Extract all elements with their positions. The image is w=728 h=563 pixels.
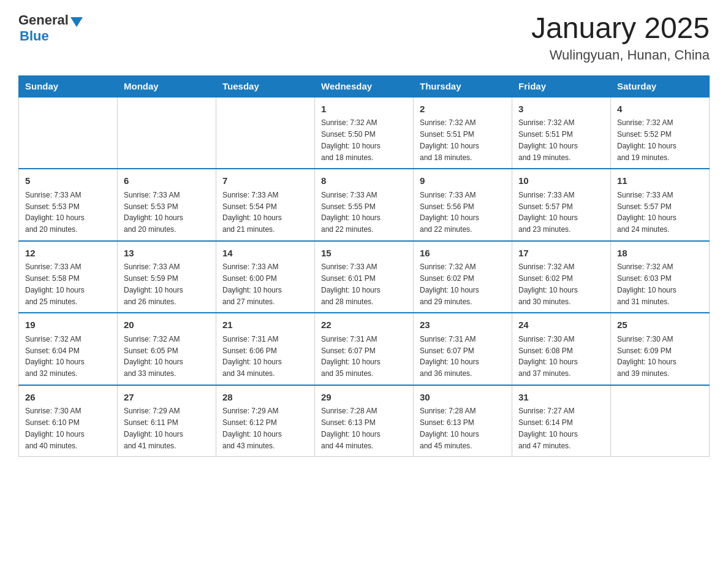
day-number: 29 [321,391,407,405]
day-number: 4 [617,102,703,117]
day-number: 9 [420,174,506,188]
title-block: January 2025 Wulingyuan, Hunan, China [531,12,710,63]
day-number: 7 [222,174,308,188]
calendar-cell: 15Sunrise: 7:33 AM Sunset: 6:01 PM Dayli… [315,241,414,313]
day-number: 3 [518,102,604,117]
header-thursday: Thursday [414,75,512,97]
day-info: Sunrise: 7:31 AM Sunset: 6:07 PM Dayligh… [420,335,479,378]
day-number: 24 [518,318,604,332]
header-sunday: Sunday [19,75,118,97]
calendar-cell: 20Sunrise: 7:32 AM Sunset: 6:05 PM Dayli… [118,313,216,385]
day-number: 1 [321,102,407,117]
day-number: 15 [321,247,407,261]
calendar-cell: 14Sunrise: 7:33 AM Sunset: 6:00 PM Dayli… [216,241,315,313]
calendar-cell: 18Sunrise: 7:32 AM Sunset: 6:03 PM Dayli… [611,241,710,313]
calendar-cell: 5Sunrise: 7:33 AM Sunset: 5:53 PM Daylig… [19,169,118,241]
calendar-cell: 1Sunrise: 7:32 AM Sunset: 5:50 PM Daylig… [315,97,414,169]
day-number: 16 [420,247,506,261]
calendar-cell [118,97,216,169]
calendar-cell: 4Sunrise: 7:32 AM Sunset: 5:52 PM Daylig… [611,97,710,169]
day-number: 13 [124,247,210,261]
day-info: Sunrise: 7:32 AM Sunset: 6:02 PM Dayligh… [518,262,578,305]
day-number: 30 [420,391,506,405]
logo: General Blue [18,12,83,44]
day-info: Sunrise: 7:32 AM Sunset: 5:52 PM Dayligh… [617,118,677,161]
day-info: Sunrise: 7:33 AM Sunset: 5:54 PM Dayligh… [222,191,282,234]
calendar-cell: 7Sunrise: 7:33 AM Sunset: 5:54 PM Daylig… [216,169,315,241]
calendar-cell: 3Sunrise: 7:32 AM Sunset: 5:51 PM Daylig… [512,97,611,169]
header-monday: Monday [118,75,216,97]
day-number: 17 [518,247,604,261]
calendar-cell: 27Sunrise: 7:29 AM Sunset: 6:11 PM Dayli… [118,385,216,457]
calendar-cell [19,97,118,169]
day-info: Sunrise: 7:32 AM Sunset: 6:02 PM Dayligh… [420,262,479,305]
calendar-cell: 25Sunrise: 7:30 AM Sunset: 6:09 PM Dayli… [611,313,710,385]
day-info: Sunrise: 7:32 AM Sunset: 6:03 PM Dayligh… [617,262,677,305]
day-number: 6 [124,174,210,188]
logo-triangle-icon [70,17,83,27]
day-number: 28 [222,391,308,405]
calendar-cell: 26Sunrise: 7:30 AM Sunset: 6:10 PM Dayli… [19,385,118,457]
day-info: Sunrise: 7:33 AM Sunset: 5:53 PM Dayligh… [25,191,85,234]
calendar-cell: 17Sunrise: 7:32 AM Sunset: 6:02 PM Dayli… [512,241,611,313]
calendar-title: January 2025 [531,12,710,45]
calendar-cell: 29Sunrise: 7:28 AM Sunset: 6:13 PM Dayli… [315,385,414,457]
calendar-table: SundayMondayTuesdayWednesdayThursdayFrid… [18,75,710,458]
day-number: 18 [617,247,703,261]
calendar-cell: 13Sunrise: 7:33 AM Sunset: 5:59 PM Dayli… [118,241,216,313]
day-number: 23 [420,318,506,332]
day-info: Sunrise: 7:33 AM Sunset: 5:53 PM Dayligh… [124,191,183,234]
day-info: Sunrise: 7:32 AM Sunset: 5:51 PM Dayligh… [518,118,578,161]
calendar-header-row: SundayMondayTuesdayWednesdayThursdayFrid… [19,75,710,97]
day-info: Sunrise: 7:31 AM Sunset: 6:06 PM Dayligh… [222,335,282,378]
calendar-week-row: 12Sunrise: 7:33 AM Sunset: 5:58 PM Dayli… [19,241,710,313]
day-number: 19 [25,318,111,332]
calendar-week-row: 26Sunrise: 7:30 AM Sunset: 6:10 PM Dayli… [19,385,710,457]
calendar-cell: 24Sunrise: 7:30 AM Sunset: 6:08 PM Dayli… [512,313,611,385]
logo-general-text: General [18,12,69,28]
day-info: Sunrise: 7:31 AM Sunset: 6:07 PM Dayligh… [321,335,381,378]
day-info: Sunrise: 7:28 AM Sunset: 6:13 PM Dayligh… [321,407,381,450]
day-info: Sunrise: 7:33 AM Sunset: 5:57 PM Dayligh… [518,191,578,234]
day-number: 26 [25,391,111,405]
calendar-cell [611,385,710,457]
calendar-cell: 9Sunrise: 7:33 AM Sunset: 5:56 PM Daylig… [414,169,512,241]
calendar-cell: 16Sunrise: 7:32 AM Sunset: 6:02 PM Dayli… [414,241,512,313]
day-info: Sunrise: 7:30 AM Sunset: 6:09 PM Dayligh… [617,335,677,378]
day-info: Sunrise: 7:30 AM Sunset: 6:10 PM Dayligh… [25,407,85,450]
day-number: 10 [518,174,604,188]
logo-blue-text: Blue [20,28,49,44]
day-number: 25 [617,318,703,332]
day-number: 22 [321,318,407,332]
day-number: 21 [222,318,308,332]
calendar-cell: 2Sunrise: 7:32 AM Sunset: 5:51 PM Daylig… [414,97,512,169]
calendar-cell: 10Sunrise: 7:33 AM Sunset: 5:57 PM Dayli… [512,169,611,241]
day-number: 31 [518,391,604,405]
calendar-cell: 12Sunrise: 7:33 AM Sunset: 5:58 PM Dayli… [19,241,118,313]
calendar-cell: 21Sunrise: 7:31 AM Sunset: 6:06 PM Dayli… [216,313,315,385]
day-number: 27 [124,391,210,405]
header-saturday: Saturday [611,75,710,97]
day-number: 2 [420,102,506,117]
day-info: Sunrise: 7:33 AM Sunset: 5:57 PM Dayligh… [617,191,677,234]
day-info: Sunrise: 7:33 AM Sunset: 6:01 PM Dayligh… [321,262,381,305]
page-header: General Blue January 2025 Wulingyuan, Hu… [18,12,710,63]
calendar-cell: 8Sunrise: 7:33 AM Sunset: 5:55 PM Daylig… [315,169,414,241]
day-number: 11 [617,174,703,188]
calendar-week-row: 1Sunrise: 7:32 AM Sunset: 5:50 PM Daylig… [19,97,710,169]
day-number: 14 [222,247,308,261]
day-info: Sunrise: 7:33 AM Sunset: 6:00 PM Dayligh… [222,262,282,305]
day-info: Sunrise: 7:33 AM Sunset: 5:55 PM Dayligh… [321,191,381,234]
day-info: Sunrise: 7:32 AM Sunset: 6:05 PM Dayligh… [124,335,183,378]
calendar-cell: 19Sunrise: 7:32 AM Sunset: 6:04 PM Dayli… [19,313,118,385]
calendar-cell: 28Sunrise: 7:29 AM Sunset: 6:12 PM Dayli… [216,385,315,457]
header-tuesday: Tuesday [216,75,315,97]
day-info: Sunrise: 7:32 AM Sunset: 6:04 PM Dayligh… [25,335,85,378]
day-info: Sunrise: 7:33 AM Sunset: 5:59 PM Dayligh… [124,262,183,305]
header-wednesday: Wednesday [315,75,414,97]
calendar-cell: 23Sunrise: 7:31 AM Sunset: 6:07 PM Dayli… [414,313,512,385]
day-number: 20 [124,318,210,332]
day-info: Sunrise: 7:32 AM Sunset: 5:50 PM Dayligh… [321,118,381,161]
day-info: Sunrise: 7:32 AM Sunset: 5:51 PM Dayligh… [420,118,479,161]
day-info: Sunrise: 7:33 AM Sunset: 5:56 PM Dayligh… [420,191,479,234]
